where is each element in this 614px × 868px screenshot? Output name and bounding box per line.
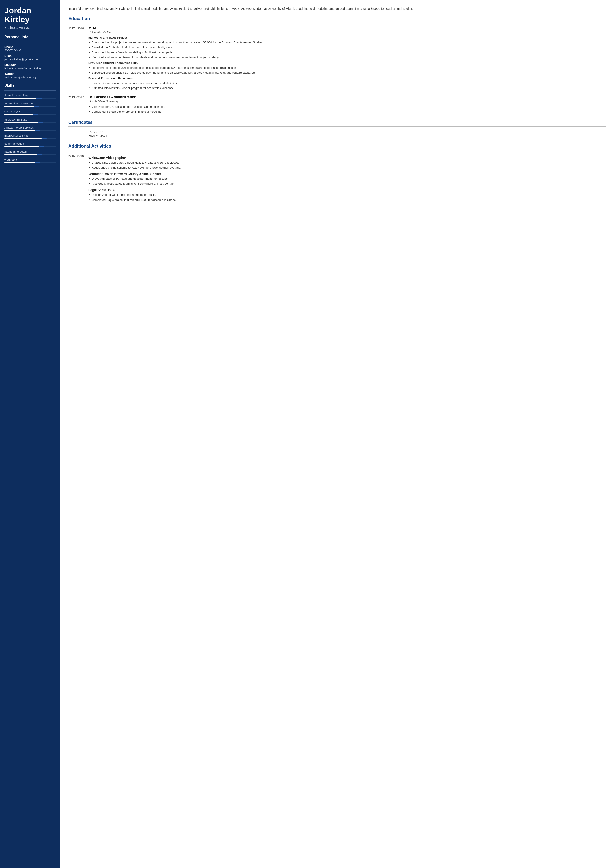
edu-bullet: Supported and organized 10+ club events … [88,71,606,75]
skill-item: Amazon Web Services [5,126,56,131]
edu-degree: BS Business Administration [88,95,606,99]
skill-item: work ethic [5,158,56,163]
skill-bar-accent [39,146,45,147]
skill-name: gap analysis [5,110,56,113]
edu-school: Florida State University [88,99,606,103]
education-title: Education [68,16,606,21]
personal-info-list: Phone 305-730-3464 E-mail jordanzkirtley… [5,45,56,79]
edu-school: University of Miami [88,31,606,34]
edu-project-title: Pursued Educational Excellence [88,77,606,80]
education-entry: 2013 - 2017 BS Business Administration F… [68,95,606,115]
personal-info-linkedin: LinkedIn linkedin.com/in/jordanzkirtley [5,63,56,70]
activity-bullet: Analyzed & restructured loading to fit 2… [88,181,606,186]
edu-bullet: Vice President, Association for Business… [88,105,606,109]
education-list: 2017 - 2019 MBA University of Miami Mark… [68,26,606,114]
edu-degree: MBA [88,26,606,30]
summary-text: Insightful entry-level business analyst … [68,6,606,11]
activity-bullet: Recognized for work ethic and interperso… [88,193,606,197]
skill-bar-background [5,130,56,131]
skill-bar-fill [5,114,33,115]
skill-name: interpersonal skills [5,134,56,137]
personal-info-email: E-mail jordanzkirtley@gmail.com [5,54,56,61]
activity-sub-title: Volunteer Driver, Broward County Animal … [88,172,606,176]
activity-bullets: Chased rafts down Class V rivers daily t… [88,160,606,170]
certificates-divider [68,126,606,127]
skill-bar-accent [35,130,40,131]
skill-item: attention to detail [5,150,56,155]
candidate-name: Jordan Kirtley [5,6,56,24]
activity-row: 2015 - 2019 Whitewater VideographerChase… [68,154,606,203]
personal-info-heading: Personal Info [5,35,56,39]
skill-bar-fill [5,162,35,163]
activity-dates: 2015 - 2019 [68,154,84,203]
activity-entry: 2015 - 2019 Whitewater VideographerChase… [68,154,606,203]
skill-bar-accent [38,122,43,123]
edu-bullets: Excelled in accounting, macroeconomics, … [88,81,606,90]
skill-bar-fill [5,98,36,99]
activity-bullet: Completed Eagle project that raised $4,3… [88,198,606,202]
skill-bar-background [5,122,56,123]
edu-bullets: Conducted senior project in market segme… [88,40,606,60]
skill-bar-background [5,98,56,99]
activities-title: Additional Activities [68,144,606,149]
education-section: Education 2017 - 2019 MBA University of … [68,16,606,114]
skill-bar-background [5,114,56,115]
skill-bar-background [5,146,56,147]
certificate-item: ECBA, IIBA [68,130,606,133]
skill-name: Microsoft BI Suite [5,118,56,121]
skills-heading: Skills [5,83,56,88]
skill-bar-background [5,154,56,155]
skill-bar-background [5,162,56,163]
certificates-title: Certificates [68,120,606,125]
skill-bar-background [5,138,56,139]
edu-dates: 2013 - 2017 [68,95,84,115]
activity-bullet: Drove vanloads of 50+ cats and dogs per … [88,177,606,181]
skill-bar-accent [37,154,42,155]
activity-bullets: Drove vanloads of 50+ cats and dogs per … [88,177,606,186]
candidate-title: Business Analyst [5,26,56,29]
skill-name: attention to detail [5,150,56,153]
edu-bullets: Led energetic group of 30+ engaged busin… [88,66,606,75]
edu-bullet: Completed 6-credit senior project in fin… [88,110,606,114]
activity-sub-title: Whitewater Videographer [88,156,606,160]
personal-info-twitter: Twitter twitter.com/jordanzkirtley [5,72,56,79]
edu-bullet: Led energetic group of 30+ engaged busin… [88,66,606,70]
activity-bullet: Redesigned pricing scheme to reap 40% mo… [88,165,606,170]
skill-bar-accent [35,162,40,163]
edu-content: BS Business Administration Florida State… [88,95,606,115]
activity-bullet: Chased rafts down Class V rivers daily t… [88,160,606,165]
activity-sub-title: Eagle Scout, BSA [88,188,606,192]
edu-bullet: Excelled in accounting, macroeconomics, … [88,81,606,85]
edu-dates: 2017 - 2019 [68,26,84,91]
skill-name: future state assessment [5,102,56,105]
edu-project-title: Marketing and Sales Project [88,36,606,39]
main-content: Insightful entry-level business analyst … [60,0,614,868]
edu-bullet: Admitted into Masters Scholar program fo… [88,86,606,90]
skill-bar-fill [5,122,38,123]
edu-bullet: Conducted rigorous financial modeling to… [88,50,606,55]
skill-name: communication [5,142,56,145]
skill-item: gap analysis [5,110,56,115]
edu-content: MBA University of Miami Marketing and Sa… [88,26,606,91]
skill-bar-fill [5,154,37,155]
certificates-list: ECBA, IIBAAWS Certified [68,130,606,138]
skill-item: future state assessment [5,102,56,107]
skill-bar-accent [36,98,42,99]
activities-section: Additional Activities 2015 - 2019 Whitew… [68,144,606,203]
activity-bullets: Recognized for work ethic and interperso… [88,193,606,202]
edu-project-title: President, Student Economics Club [88,61,606,65]
edu-bullet: Awarded the Catherine L. Gallardo schola… [88,45,606,50]
skill-bar-fill [5,130,35,131]
skill-name: financial modeling [5,94,56,97]
skill-bar-fill [5,106,34,107]
skills-list: financial modeling future state assessme… [5,94,56,163]
certificates-section: Certificates ECBA, IIBAAWS Certified [68,120,606,138]
activity-content: Whitewater VideographerChased rafts down… [88,154,606,203]
skill-name: Amazon Web Services [5,126,56,129]
skill-bar-fill [5,138,42,139]
skill-item: interpersonal skills [5,134,56,139]
skill-bar-accent [34,106,39,107]
skill-item: Microsoft BI Suite [5,118,56,123]
education-entry: 2017 - 2019 MBA University of Miami Mark… [68,26,606,91]
personal-info-phone: Phone 305-730-3464 [5,45,56,52]
